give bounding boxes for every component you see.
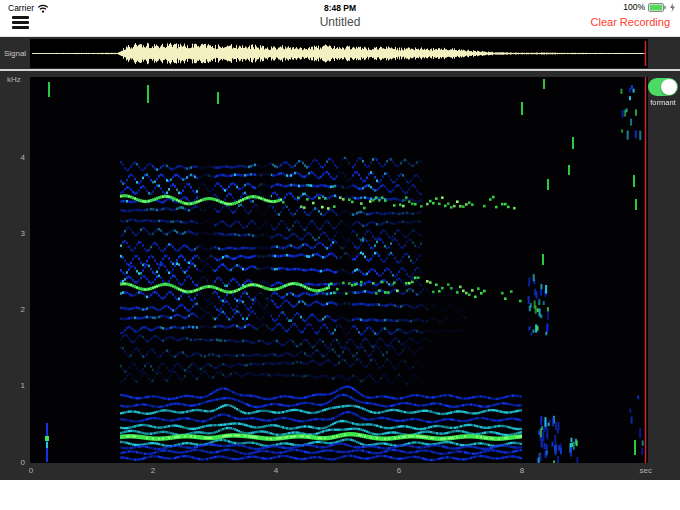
bottom-toolbar: Spectrogram Pitch & SPL Power Spectrum <box>0 480 680 510</box>
formant-toggle[interactable] <box>648 78 678 96</box>
y-tick-label: 4 <box>0 153 25 162</box>
signal-strip: Signal <box>0 36 680 69</box>
signal-waveform[interactable] <box>30 39 648 68</box>
y-tick-label: 3 <box>0 229 25 238</box>
x-axis-unit: sec <box>640 466 652 475</box>
signal-label: Signal <box>0 37 30 69</box>
x-tick-label: 8 <box>520 466 524 475</box>
app-screen: Carrier 8:48 PM 100% Untitled Clear Reco… <box>0 0 680 510</box>
y-tick-label: 0 <box>0 458 25 467</box>
x-tick-label: 0 <box>29 466 33 475</box>
x-tick-label: 2 <box>151 466 155 475</box>
formant-toggle-label: formant <box>642 98 680 107</box>
clock: 8:48 PM <box>0 3 680 13</box>
y-axis-unit: kHz <box>7 75 21 84</box>
clear-recording-button[interactable]: Clear Recording <box>591 16 670 28</box>
toggle-knob <box>661 79 677 95</box>
x-tick-label: 6 <box>397 466 401 475</box>
battery-percent: 100% <box>623 2 645 12</box>
x-tick-label: 4 <box>274 466 278 475</box>
battery-icon <box>648 3 667 12</box>
status-bar: Carrier 8:48 PM 100% <box>0 0 680 14</box>
y-tick-label: 1 <box>0 381 25 390</box>
page-title: Untitled <box>0 15 680 29</box>
y-tick-label: 2 <box>0 305 25 314</box>
charging-bolt-icon <box>670 3 675 12</box>
spectrogram-panel: kHz 4 3 2 1 0 0 2 4 6 8 sec formant <box>0 71 680 480</box>
spectrogram-plot[interactable] <box>30 77 648 463</box>
